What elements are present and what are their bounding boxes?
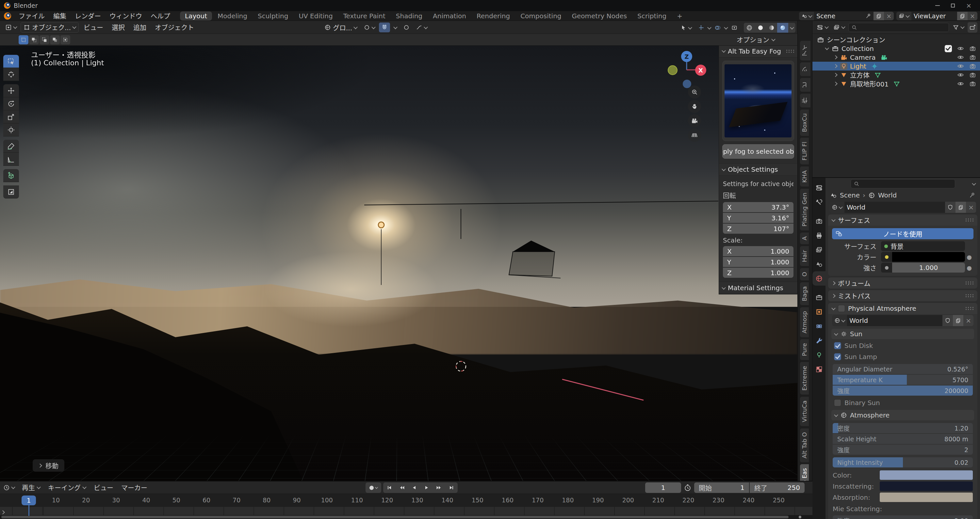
workspace-tab--[interactable]: + [672, 11, 687, 21]
pin-icon[interactable] [865, 13, 871, 19]
side-tab-alt-tab-o[interactable]: Alt Tab O [800, 428, 809, 462]
visibility-eye-icon[interactable] [957, 80, 964, 87]
unlink-icon[interactable]: × [963, 315, 974, 326]
options-dropdown[interactable]: オプション [737, 35, 775, 44]
gizmos-dropdown[interactable] [707, 25, 711, 29]
workspace-tab-geometry-nodes[interactable]: Geometry Nodes [567, 11, 632, 21]
sun-subpanel-header[interactable]: Sun [831, 329, 974, 339]
apply-fog-button[interactable]: Apply fog to selected obj... [722, 144, 794, 159]
properties-tab-view-layer[interactable] [813, 243, 826, 257]
menu-4[interactable]: ヘルプ [146, 11, 175, 21]
outliner-filter-id-dropdown[interactable] [832, 22, 846, 33]
sun-slider-1[interactable]: Temperature K5700 [833, 375, 973, 385]
close-icon[interactable]: × [966, 3, 972, 8]
workspace-tab-sculpting[interactable]: Sculpting [253, 11, 293, 21]
outliner-row-4[interactable]: 立方体 [813, 70, 980, 79]
visibility-eye-icon[interactable] [957, 54, 964, 61]
viewport-3d[interactable]: ユーザー・透視投影 (1) Collection | Light Z X 移動 … [0, 46, 797, 481]
properties-search-input[interactable] [851, 179, 955, 188]
sun-slider-2[interactable]: 強度200000 [833, 386, 973, 395]
side-tab-atmosp[interactable]: Atmosp [800, 307, 809, 338]
binary-sun-row[interactable]: Binary Sun [834, 398, 974, 407]
breadcrumb-world[interactable]: World [878, 191, 897, 199]
surface-shader-dropdown[interactable]: 背景 [881, 241, 965, 251]
viewport-menu-0[interactable]: ビュー [80, 22, 107, 32]
scrollbar-thumb[interactable] [1, 516, 789, 518]
render-visibility-icon[interactable] [969, 80, 976, 87]
animate-dot-icon[interactable]: ● [965, 264, 974, 271]
atmosphere-slider-2[interactable]: 強度2 [833, 444, 973, 455]
outliner-row-1[interactable]: Collection [813, 44, 980, 53]
visibility-eye-icon[interactable] [957, 45, 964, 52]
sun-check-checkbox-0[interactable] [834, 342, 841, 349]
properties-tab-render[interactable] [813, 214, 826, 228]
side-tab--[interactable]: ツ [800, 62, 811, 76]
properties-tab-output[interactable] [813, 228, 826, 243]
use-nodes-button[interactable]: ノードを使用 [832, 228, 974, 239]
tool-annotate[interactable] [3, 140, 19, 153]
auto-keying-button[interactable] [366, 482, 381, 493]
playback-jump-start-button[interactable] [383, 482, 396, 493]
proportional-editing-toggle[interactable] [401, 22, 412, 32]
disclosure-icon[interactable] [833, 55, 838, 59]
render-visibility-icon[interactable] [969, 71, 976, 78]
render-visibility-icon[interactable] [969, 63, 976, 70]
timeline-editor-type-button[interactable] [0, 484, 18, 491]
sun-check-checkbox-1[interactable] [834, 353, 841, 360]
surface-panel-header[interactable]: サーフェス [828, 214, 977, 225]
show-overlays-toggle[interactable] [712, 23, 723, 33]
side-tab-virtuca[interactable]: VirtuCa [800, 396, 809, 426]
select-mode-extend[interactable] [29, 35, 39, 44]
snap-settings-dropdown[interactable] [391, 22, 399, 33]
side-tab-boxcu[interactable]: BoxCu [800, 109, 809, 136]
xray-toggle[interactable] [729, 23, 740, 33]
physical-atmosphere-header[interactable]: Physical Atmosphere [828, 303, 977, 314]
properties-tab-tool[interactable] [813, 195, 826, 209]
side-tab-plating-gen[interactable]: Plating Gen [800, 188, 809, 231]
shading-material-button[interactable] [766, 23, 777, 33]
copy-icon[interactable] [958, 204, 964, 210]
color-swatch[interactable] [880, 470, 973, 480]
world-name-field[interactable]: World [845, 202, 945, 213]
color-swatch[interactable] [880, 481, 973, 491]
workspace-tab-layout[interactable]: Layout [180, 11, 212, 21]
collection-checkbox[interactable] [945, 45, 952, 52]
side-tab-a[interactable]: A [800, 232, 809, 244]
frame-start-field[interactable]: 開始1 [694, 482, 749, 493]
workspace-tab-rendering[interactable]: Rendering [472, 11, 515, 21]
sun-check-1[interactable]: Sun Lamp [834, 352, 974, 361]
nav-pan-button[interactable] [688, 100, 701, 113]
object-settings-header[interactable]: Object Settings [719, 163, 797, 176]
scene-selector[interactable]: Scene × [799, 12, 894, 20]
unlink-scene-icon[interactable]: × [884, 12, 894, 20]
viewport-menu-3[interactable]: オブジェクト [151, 22, 197, 32]
pivot-point-dropdown[interactable] [361, 22, 378, 33]
playhead[interactable] [29, 505, 29, 516]
outliner-display-mode-dropdown[interactable] [815, 22, 830, 33]
gizmo-x-axis[interactable]: X [695, 65, 706, 76]
select-mode-intersect[interactable] [60, 35, 70, 44]
new-collection-button[interactable] [967, 22, 977, 33]
strength-field[interactable]: 1.000 [892, 263, 965, 273]
workspace-tab-modeling[interactable]: Modeling [213, 11, 252, 21]
mie-slider-0[interactable]: 強度2.00 [833, 516, 973, 519]
scale-field-x[interactable]: X1.000 [723, 246, 794, 256]
rotation-field-y[interactable]: Y3.16° [723, 213, 794, 223]
outliner-search-input[interactable] [848, 23, 949, 32]
show-gizmos-toggle[interactable] [695, 23, 706, 33]
gizmo-z-axis[interactable]: Z [681, 51, 692, 62]
current-frame-badge[interactable]: 1 [22, 495, 36, 505]
shading-solid-button[interactable] [755, 23, 766, 33]
outliner-row-5[interactable]: 鳥取地形001 [813, 79, 980, 88]
properties-tab-physics[interactable] [813, 319, 826, 333]
outliner-row-3[interactable]: Light [813, 62, 980, 70]
side-tab--[interactable]: 作 [800, 94, 811, 108]
menu-3[interactable]: ウィンドウ [105, 11, 146, 21]
night-intensity-0[interactable]: Night Intensity0.02 [833, 457, 973, 467]
playback-next-keyframe-button[interactable] [433, 482, 445, 493]
stopwatch-icon[interactable] [684, 484, 692, 492]
background-color-swatch[interactable] [892, 252, 965, 262]
side-tab-kha[interactable]: KHA [800, 166, 809, 187]
new-scene-copy-icon[interactable] [876, 13, 882, 19]
playback-jump-end-button[interactable] [445, 482, 458, 493]
